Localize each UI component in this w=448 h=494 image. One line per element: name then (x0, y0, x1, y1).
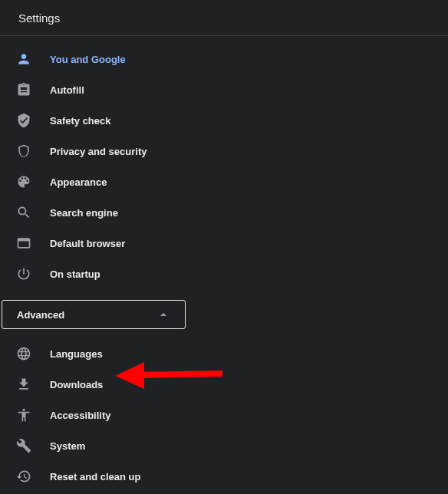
palette-icon (16, 174, 31, 189)
shield-icon (16, 143, 31, 159)
nav-item-label: Accessibility (50, 410, 111, 421)
nav-item-accessibility[interactable]: Accessibility (0, 400, 448, 430)
restore-icon (16, 469, 31, 484)
nav-item-privacy-and-security[interactable]: Privacy and security (0, 136, 448, 166)
nav-item-label: You and Google (50, 54, 126, 65)
nav-item-label: Autofill (50, 84, 84, 96)
nav-item-label: Privacy and security (50, 146, 147, 157)
caret-up-icon (160, 313, 166, 316)
browser-icon (16, 235, 31, 251)
nav-item-system[interactable]: System (0, 430, 448, 461)
assignment-icon (16, 82, 31, 97)
download-icon (16, 377, 31, 392)
page-title: Settings (18, 12, 60, 25)
nav-item-autofill[interactable]: Autofill (0, 74, 448, 105)
nav-item-downloads[interactable]: Downloads (0, 369, 448, 400)
nav-item-appearance[interactable]: Appearance (0, 166, 448, 197)
advanced-toggle[interactable]: Advanced (2, 300, 186, 329)
nav-item-label: Search engine (50, 207, 118, 219)
nav-item-label: System (50, 440, 85, 452)
advanced-label: Advanced (17, 309, 160, 321)
search-icon (16, 205, 31, 220)
nav-item-label: Default browser (50, 238, 125, 249)
person-icon (16, 51, 31, 67)
nav-item-on-startup[interactable]: On startup (0, 259, 448, 289)
nav-item-you-and-google[interactable]: You and Google (0, 44, 448, 74)
nav-item-reset-and-clean-up[interactable]: Reset and clean up (0, 461, 448, 492)
verified-shield-icon (16, 113, 31, 128)
nav-item-safety-check[interactable]: Safety check (0, 105, 448, 136)
nav-item-default-browser[interactable]: Default browser (0, 228, 448, 259)
nav-item-label: Languages (50, 348, 103, 360)
nav-item-label: On startup (50, 268, 100, 280)
nav-item-label: Safety check (50, 115, 111, 127)
settings-nav: You and Google Autofill Safety check Pri… (0, 36, 448, 494)
nav-item-languages[interactable]: Languages (0, 338, 448, 369)
accessibility-icon (16, 407, 31, 423)
power-icon (16, 266, 31, 282)
nav-item-label: Reset and clean up (50, 471, 140, 482)
wrench-icon (16, 438, 31, 453)
nav-item-label: Downloads (50, 379, 103, 390)
advanced-subnav: Languages Downloads Accessibility System (0, 329, 448, 492)
nav-item-search-engine[interactable]: Search engine (0, 197, 448, 228)
settings-header: Settings (0, 0, 448, 36)
globe-icon (16, 346, 31, 361)
nav-item-label: Appearance (50, 176, 107, 188)
